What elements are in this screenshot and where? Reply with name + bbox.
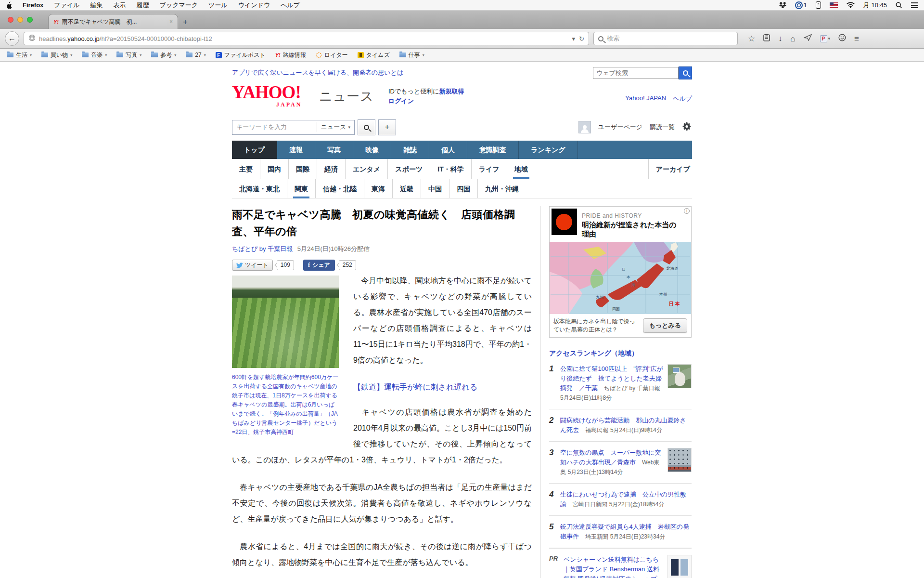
menu-firefox[interactable]: Firefox (23, 1, 43, 9)
category-main[interactable]: 主要 (232, 159, 260, 179)
menubar-clock[interactable]: 月 10:45 (863, 1, 887, 10)
ranking-thumbnail-cat[interactable] (667, 364, 692, 388)
article-source-link[interactable]: ちばとぴ by 千葉日報 (232, 245, 293, 252)
keyword-search-field[interactable]: キーワードを入力 ニュース▾ (232, 120, 355, 135)
category-life[interactable]: ライフ (471, 159, 507, 179)
yahoo-japan-logo[interactable]: YAHOO! JAPAN (232, 84, 316, 101)
browser-tab[interactable]: Y! 雨不足でキャベツ高騰 初... × (48, 14, 178, 29)
pdf-converter-icon[interactable]: ▾ (820, 35, 831, 42)
add-tab-button[interactable]: + (378, 119, 396, 135)
reading-list-icon[interactable] (763, 34, 770, 44)
register-link[interactable]: 新規取得 (439, 88, 464, 95)
login-link[interactable]: ログイン (388, 97, 414, 105)
site-globe-icon[interactable] (28, 34, 36, 43)
category-economy[interactable]: 経済 (317, 159, 345, 179)
notification-center-icon[interactable] (911, 2, 918, 3)
bookmark-folder-work[interactable]: 仕事▾ (399, 51, 424, 59)
back-button[interactable]: ← (5, 31, 19, 46)
ad-more-button[interactable]: もっとみる (643, 318, 687, 333)
hamburger-menu-icon[interactable]: ≡ (854, 35, 859, 43)
category-entertainment[interactable]: エンタメ (345, 159, 387, 179)
archive-link[interactable]: アーカイブ (648, 159, 692, 179)
menu-help[interactable]: ヘルプ (281, 1, 300, 10)
ad-japan-map-image[interactable]: 北海道 本州 日 本 四国 九州 日 本 海 (550, 242, 691, 314)
category-it-science[interactable]: IT・科学 (430, 159, 471, 179)
region-chugoku[interactable]: 中国 (421, 179, 449, 198)
menu-view[interactable]: 表示 (114, 1, 126, 10)
reload-icon[interactable]: ↻ (579, 35, 584, 42)
minimize-window-button[interactable] (17, 17, 23, 23)
bookmark-times[interactable]: タイムズ (358, 51, 390, 59)
category-world[interactable]: 国際 (288, 159, 317, 179)
browser-search-field[interactable]: 検索 (593, 32, 738, 45)
spotlight-search-icon[interactable] (896, 2, 902, 9)
gear-icon[interactable] (682, 121, 692, 133)
subscriptions-link[interactable]: 購読一覧 (650, 123, 675, 131)
promo-link[interactable]: アプリで広く深いニュースを早く届ける、開発者の思いとは (232, 68, 403, 77)
home-icon[interactable]: ⌂ (790, 35, 795, 43)
category-region[interactable]: 地域 (507, 159, 535, 179)
url-dropdown-icon[interactable]: ▾ (572, 35, 576, 42)
ad-headline[interactable]: 明治維新が捏造された本当の理由 (582, 221, 681, 239)
ad-card[interactable]: i PRIDE and HISTORY 明治維新が捏造された本当の理由 (549, 206, 692, 338)
menu-file[interactable]: ファイル (54, 1, 79, 10)
messenger-smiley-icon[interactable] (838, 34, 846, 44)
bookmark-folder-life[interactable]: 生活▾ (7, 51, 32, 59)
bookmark-folder-27[interactable]: 27▾ (186, 52, 205, 58)
downloads-icon[interactable]: ↓ (778, 35, 782, 42)
send-tab-icon[interactable] (804, 34, 812, 43)
zoom-window-button[interactable] (27, 17, 33, 23)
apple-icon[interactable] (6, 1, 12, 9)
nav-tab-personal[interactable]: 個人 (429, 141, 467, 159)
pr-thumbnail-shirts[interactable] (667, 555, 692, 578)
menu-edit[interactable]: 編集 (90, 1, 103, 10)
tweet-button[interactable]: ツイート (232, 260, 273, 271)
close-window-button[interactable] (8, 17, 13, 23)
nav-tab-flash[interactable]: 速報 (277, 141, 315, 159)
region-shinetsu-hokuriku[interactable]: 信越・北陸 (315, 179, 364, 198)
url-bar[interactable]: headlines.yahoo.co.jp/hl?a=20150524-0001… (24, 32, 589, 45)
region-kinki[interactable]: 近畿 (392, 179, 421, 198)
facebook-share-button[interactable]: f シェア (303, 260, 335, 271)
close-tab-icon[interactable]: × (169, 18, 173, 25)
ranking-thumbnail-bees[interactable] (667, 448, 692, 472)
region-shikoku[interactable]: 四国 (449, 179, 477, 198)
nav-tab-poll[interactable]: 意識調査 (467, 141, 519, 159)
bookmark-filepost[interactable]: Fファイルポスト (216, 51, 266, 59)
region-hokkaido-tohoku[interactable]: 北海道・東北 (232, 179, 287, 198)
nav-tab-photos[interactable]: 写真 (315, 141, 353, 159)
nav-tab-magazine[interactable]: 雑誌 (391, 141, 429, 159)
avatar[interactable] (578, 121, 591, 133)
search-scope-dropdown[interactable]: ニュース▾ (317, 122, 350, 132)
web-search-input[interactable] (593, 67, 679, 79)
remote-device-icon[interactable] (816, 1, 821, 9)
bookmark-folder-music[interactable]: 音楽▾ (82, 51, 107, 59)
news-search-button[interactable] (358, 119, 375, 135)
new-tab-button[interactable]: + (183, 17, 188, 27)
wifi-icon[interactable] (847, 2, 855, 8)
menu-bookmarks[interactable]: ブックマーク (160, 1, 198, 10)
bookmark-folder-reference[interactable]: 参考▾ (151, 51, 176, 59)
bookmark-reuters[interactable]: ロイター (316, 51, 348, 59)
yahoo-japan-link[interactable]: Yahoo! JAPAN (625, 94, 666, 103)
pr-ad-link[interactable]: ベンシャーマン送料無料はこちら｜英国ブランド Bensherman 送料無料,即… (564, 556, 659, 578)
bookmark-star-icon[interactable]: ☆ (748, 35, 755, 43)
nav-tab-ranking[interactable]: ランキング (519, 141, 578, 159)
cabbage-field-photo[interactable] (232, 276, 339, 368)
menu-history[interactable]: 履歴 (137, 1, 149, 10)
region-kanto[interactable]: 関東 (287, 179, 315, 198)
help-link[interactable]: ヘルプ (673, 94, 692, 103)
bookmark-folder-photo[interactable]: 写真▾ (116, 51, 141, 59)
menu-tools[interactable]: ツール (208, 1, 228, 10)
user-page-link[interactable]: ユーザーページ (598, 123, 642, 131)
creative-cloud-icon[interactable]: 1 (795, 1, 807, 9)
region-tokai[interactable]: 東海 (364, 179, 392, 198)
ranking-title[interactable]: アクセスランキング（地域） (549, 349, 692, 358)
bookmark-folder-shopping[interactable]: 買い物▾ (41, 51, 72, 59)
region-kyushu-okinawa[interactable]: 九州・沖縄 (477, 179, 526, 198)
web-search-button[interactable] (679, 66, 692, 79)
menu-window[interactable]: ウインドウ (238, 1, 270, 10)
ad-info-icon[interactable]: i (684, 208, 690, 214)
nav-tab-video[interactable]: 映像 (353, 141, 391, 159)
dropbox-icon[interactable] (779, 2, 786, 9)
